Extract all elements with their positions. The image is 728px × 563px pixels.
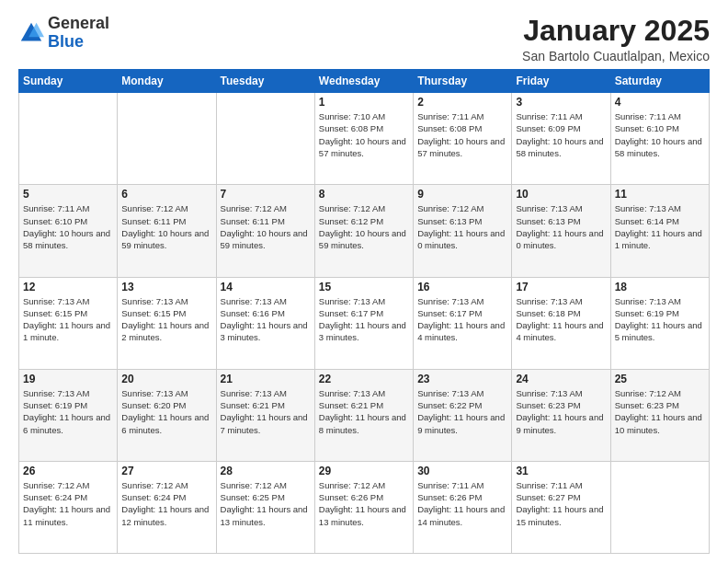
day-number: 5 bbox=[23, 188, 113, 201]
day-cell bbox=[216, 93, 314, 185]
day-number: 1 bbox=[319, 96, 409, 109]
col-monday: Monday bbox=[118, 70, 216, 93]
day-number: 16 bbox=[417, 281, 507, 293]
week-row-2: 5Sunrise: 7:11 AM Sunset: 6:10 PM Daylig… bbox=[19, 185, 710, 277]
day-cell: 31Sunrise: 7:11 AM Sunset: 6:27 PM Dayli… bbox=[512, 461, 610, 553]
day-info: Sunrise: 7:11 AM Sunset: 6:10 PM Dayligh… bbox=[615, 110, 705, 159]
day-cell: 17Sunrise: 7:13 AM Sunset: 6:18 PM Dayli… bbox=[512, 277, 610, 369]
col-wednesday: Wednesday bbox=[314, 70, 413, 93]
day-cell: 1Sunrise: 7:10 AM Sunset: 6:08 PM Daylig… bbox=[314, 93, 413, 185]
week-row-4: 19Sunrise: 7:13 AM Sunset: 6:19 PM Dayli… bbox=[19, 369, 710, 461]
day-number: 8 bbox=[319, 188, 409, 201]
day-cell: 24Sunrise: 7:13 AM Sunset: 6:23 PM Dayli… bbox=[512, 369, 610, 461]
day-cell: 5Sunrise: 7:11 AM Sunset: 6:10 PM Daylig… bbox=[19, 185, 118, 277]
day-info: Sunrise: 7:12 AM Sunset: 6:11 PM Dayligh… bbox=[221, 202, 311, 251]
day-cell: 2Sunrise: 7:11 AM Sunset: 6:08 PM Daylig… bbox=[414, 93, 512, 185]
logo-text: General Blue bbox=[48, 15, 109, 52]
day-info: Sunrise: 7:13 AM Sunset: 6:17 PM Dayligh… bbox=[417, 295, 507, 344]
day-info: Sunrise: 7:12 AM Sunset: 6:23 PM Dayligh… bbox=[615, 387, 705, 436]
day-cell: 12Sunrise: 7:13 AM Sunset: 6:15 PM Dayli… bbox=[19, 277, 118, 369]
day-number: 4 bbox=[615, 96, 705, 109]
day-number: 22 bbox=[319, 373, 409, 385]
day-info: Sunrise: 7:13 AM Sunset: 6:14 PM Dayligh… bbox=[615, 202, 705, 251]
col-thursday: Thursday bbox=[414, 70, 512, 93]
day-cell: 20Sunrise: 7:13 AM Sunset: 6:20 PM Dayli… bbox=[118, 369, 216, 461]
day-info: Sunrise: 7:13 AM Sunset: 6:13 PM Dayligh… bbox=[516, 202, 606, 251]
day-info: Sunrise: 7:13 AM Sunset: 6:21 PM Dayligh… bbox=[221, 387, 311, 436]
day-number: 20 bbox=[121, 373, 211, 385]
day-info: Sunrise: 7:11 AM Sunset: 6:08 PM Dayligh… bbox=[417, 110, 507, 159]
day-number: 26 bbox=[23, 465, 113, 477]
day-number: 6 bbox=[121, 188, 211, 201]
day-number: 9 bbox=[417, 188, 507, 201]
day-cell: 16Sunrise: 7:13 AM Sunset: 6:17 PM Dayli… bbox=[414, 277, 512, 369]
day-cell: 10Sunrise: 7:13 AM Sunset: 6:13 PM Dayli… bbox=[512, 185, 610, 277]
day-info: Sunrise: 7:12 AM Sunset: 6:11 PM Dayligh… bbox=[121, 202, 211, 251]
day-cell: 28Sunrise: 7:12 AM Sunset: 6:25 PM Dayli… bbox=[216, 461, 314, 553]
calendar-subtitle: San Bartolo Cuautlalpan, Mexico bbox=[522, 49, 710, 63]
day-info: Sunrise: 7:12 AM Sunset: 6:24 PM Dayligh… bbox=[121, 479, 211, 528]
day-cell: 26Sunrise: 7:12 AM Sunset: 6:24 PM Dayli… bbox=[19, 461, 118, 553]
day-number: 13 bbox=[121, 281, 211, 293]
logo-blue: Blue bbox=[48, 32, 84, 51]
logo-general: General bbox=[48, 14, 109, 32]
day-number: 12 bbox=[23, 281, 113, 293]
col-tuesday: Tuesday bbox=[216, 70, 314, 93]
day-info: Sunrise: 7:13 AM Sunset: 6:18 PM Dayligh… bbox=[516, 295, 606, 344]
day-info: Sunrise: 7:11 AM Sunset: 6:27 PM Dayligh… bbox=[516, 479, 606, 528]
day-info: Sunrise: 7:11 AM Sunset: 6:09 PM Dayligh… bbox=[516, 110, 606, 159]
page: General Blue January 2025 San Bartolo Cu… bbox=[0, 0, 728, 563]
col-friday: Friday bbox=[512, 70, 610, 93]
day-info: Sunrise: 7:12 AM Sunset: 6:26 PM Dayligh… bbox=[319, 479, 409, 528]
col-saturday: Saturday bbox=[610, 70, 709, 93]
day-cell: 13Sunrise: 7:13 AM Sunset: 6:15 PM Dayli… bbox=[118, 277, 216, 369]
day-number: 23 bbox=[417, 373, 507, 385]
calendar-title: January 2025 bbox=[522, 15, 710, 47]
day-cell bbox=[610, 461, 709, 553]
day-number: 7 bbox=[221, 188, 311, 201]
calendar-table: Sunday Monday Tuesday Wednesday Thursday… bbox=[18, 69, 710, 554]
day-cell: 3Sunrise: 7:11 AM Sunset: 6:09 PM Daylig… bbox=[512, 93, 610, 185]
day-info: Sunrise: 7:13 AM Sunset: 6:22 PM Dayligh… bbox=[417, 387, 507, 436]
header-row: Sunday Monday Tuesday Wednesday Thursday… bbox=[19, 70, 710, 93]
week-row-3: 12Sunrise: 7:13 AM Sunset: 6:15 PM Dayli… bbox=[19, 277, 710, 369]
day-number: 17 bbox=[516, 281, 606, 293]
day-cell: 30Sunrise: 7:11 AM Sunset: 6:26 PM Dayli… bbox=[414, 461, 512, 553]
day-number: 18 bbox=[615, 281, 705, 293]
day-info: Sunrise: 7:12 AM Sunset: 6:24 PM Dayligh… bbox=[23, 479, 113, 528]
day-info: Sunrise: 7:11 AM Sunset: 6:26 PM Dayligh… bbox=[417, 479, 507, 528]
day-cell: 19Sunrise: 7:13 AM Sunset: 6:19 PM Dayli… bbox=[19, 369, 118, 461]
col-sunday: Sunday bbox=[19, 70, 118, 93]
day-cell: 18Sunrise: 7:13 AM Sunset: 6:19 PM Dayli… bbox=[610, 277, 709, 369]
day-cell: 25Sunrise: 7:12 AM Sunset: 6:23 PM Dayli… bbox=[610, 369, 709, 461]
title-block: January 2025 San Bartolo Cuautlalpan, Me… bbox=[522, 15, 710, 63]
day-info: Sunrise: 7:12 AM Sunset: 6:25 PM Dayligh… bbox=[221, 479, 311, 528]
day-cell: 22Sunrise: 7:13 AM Sunset: 6:21 PM Dayli… bbox=[314, 369, 413, 461]
week-row-1: 1Sunrise: 7:10 AM Sunset: 6:08 PM Daylig… bbox=[19, 93, 710, 185]
day-info: Sunrise: 7:13 AM Sunset: 6:15 PM Dayligh… bbox=[23, 295, 113, 344]
day-number: 19 bbox=[23, 373, 113, 385]
day-cell: 27Sunrise: 7:12 AM Sunset: 6:24 PM Dayli… bbox=[118, 461, 216, 553]
day-number: 25 bbox=[615, 373, 705, 385]
day-info: Sunrise: 7:13 AM Sunset: 6:19 PM Dayligh… bbox=[615, 295, 705, 344]
day-number: 30 bbox=[417, 465, 507, 477]
day-number: 29 bbox=[319, 465, 409, 477]
day-number: 3 bbox=[516, 96, 606, 109]
day-number: 21 bbox=[221, 373, 311, 385]
day-number: 11 bbox=[615, 188, 705, 201]
day-cell: 23Sunrise: 7:13 AM Sunset: 6:22 PM Dayli… bbox=[414, 369, 512, 461]
day-number: 2 bbox=[417, 96, 507, 109]
day-cell: 15Sunrise: 7:13 AM Sunset: 6:17 PM Dayli… bbox=[314, 277, 413, 369]
day-info: Sunrise: 7:13 AM Sunset: 6:17 PM Dayligh… bbox=[319, 295, 409, 344]
day-info: Sunrise: 7:13 AM Sunset: 6:16 PM Dayligh… bbox=[221, 295, 311, 344]
day-number: 10 bbox=[516, 188, 606, 201]
day-cell bbox=[118, 93, 216, 185]
day-number: 27 bbox=[121, 465, 211, 477]
day-number: 28 bbox=[221, 465, 311, 477]
day-info: Sunrise: 7:10 AM Sunset: 6:08 PM Dayligh… bbox=[319, 110, 409, 159]
day-info: Sunrise: 7:12 AM Sunset: 6:12 PM Dayligh… bbox=[319, 202, 409, 251]
day-info: Sunrise: 7:11 AM Sunset: 6:10 PM Dayligh… bbox=[23, 202, 113, 251]
day-cell bbox=[19, 93, 118, 185]
day-cell: 9Sunrise: 7:12 AM Sunset: 6:13 PM Daylig… bbox=[414, 185, 512, 277]
day-cell: 11Sunrise: 7:13 AM Sunset: 6:14 PM Dayli… bbox=[610, 185, 709, 277]
